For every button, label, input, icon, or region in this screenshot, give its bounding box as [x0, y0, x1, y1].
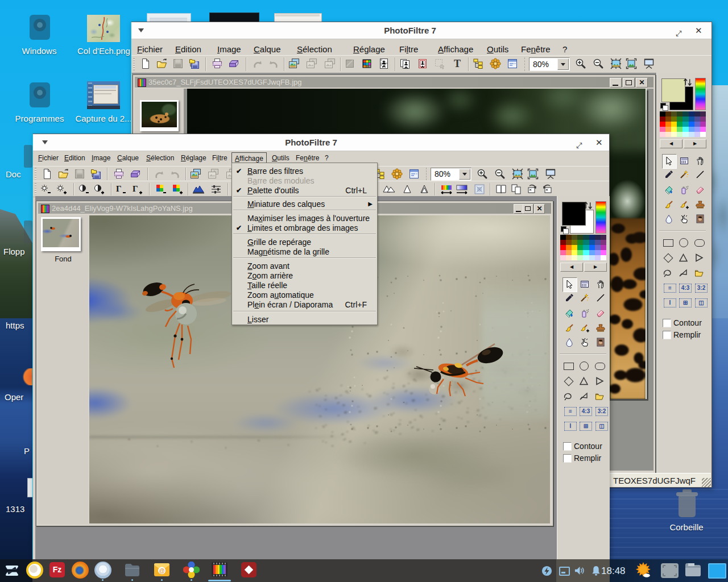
- svg-text:@: @: [159, 568, 164, 574]
